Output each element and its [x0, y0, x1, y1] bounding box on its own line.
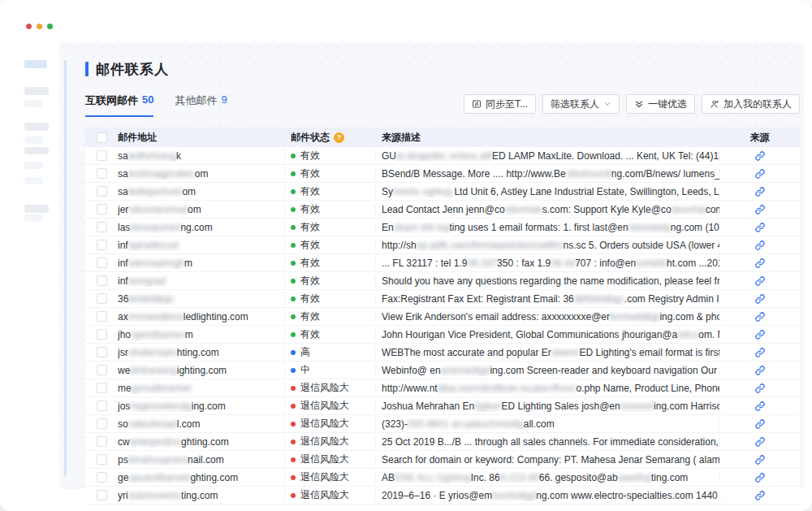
- title-accent-bar: [85, 62, 89, 76]
- tab-other-mail[interactable]: 其他邮件9: [175, 93, 227, 117]
- source-link-icon[interactable]: [754, 418, 766, 430]
- source-link-icon[interactable]: [754, 401, 766, 412]
- source-link-icon[interactable]: [754, 311, 766, 323]
- email-cell: saledforhuiogk: [118, 150, 284, 162]
- row-checkbox[interactable]: [97, 222, 107, 232]
- table-row: lasiterwaumedng.com有效Enobam ddl logting …: [85, 219, 800, 236]
- row-checkbox[interactable]: [97, 311, 107, 322]
- close-button[interactable]: [26, 24, 32, 29]
- table-row: jhorgendbamevm有效John Hourigan Vice Presi…: [85, 326, 800, 344]
- status-label: 退信风险大: [300, 381, 349, 395]
- desc-cell: Joshua Mehrahan EndgbonED Lighting Sales…: [375, 401, 719, 412]
- sidebar-skeleton-bar: [24, 177, 43, 184]
- row-checkbox[interactable]: [97, 383, 107, 393]
- tabbar: 互联网邮件50其他邮件9 同步至T...筛选联系人一键优选加入我的联系人: [85, 93, 800, 117]
- source-cell: [719, 418, 800, 430]
- source-link-icon[interactable]: [754, 150, 766, 162]
- source-link-icon[interactable]: [754, 204, 766, 215]
- row-checkbox-cell: [85, 347, 118, 357]
- source-cell: [719, 401, 800, 412]
- button-label: 同步至T...: [486, 97, 528, 111]
- status-cell: 退信风险大: [284, 417, 375, 431]
- source-link-icon[interactable]: [754, 454, 766, 466]
- button-label: 加入我的联系人: [723, 97, 792, 111]
- sidebar-skeleton-bar: [24, 100, 43, 107]
- status-dot: [291, 225, 296, 230]
- row-checkbox[interactable]: [97, 293, 107, 304]
- row-checkbox[interactable]: [97, 186, 107, 197]
- row-checkbox-cell: [85, 240, 118, 250]
- source-cell: [719, 186, 800, 197]
- desc-cell: ... FL 32117 : tel 1.906.2d7350 : fax 1.…: [375, 258, 719, 269]
- row-checkbox[interactable]: [97, 401, 107, 411]
- row-checkbox[interactable]: [97, 490, 107, 500]
- desc-cell: Should you have any questions regarding …: [375, 275, 719, 287]
- status-label: 有效: [300, 220, 320, 234]
- filter-button[interactable]: 筛选联系人: [542, 94, 620, 114]
- source-link-icon[interactable]: [754, 329, 766, 340]
- email-cell: joshagmowtendging.com: [118, 401, 284, 412]
- header-desc: 来源描述: [375, 131, 719, 145]
- source-link-icon[interactable]: [754, 436, 766, 448]
- sync-button[interactable]: 同步至T...: [464, 94, 536, 114]
- table-header-row: 邮件地址 邮件状态 ? 来源描述 来源: [85, 128, 800, 147]
- status-dot: [291, 493, 296, 498]
- tab-label: 互联网邮件: [85, 93, 138, 108]
- toolbar: 同步至T...筛选联系人一键优选加入我的联系人: [464, 94, 800, 117]
- tab-count: 9: [221, 93, 227, 108]
- status-cell: 有效: [284, 310, 375, 323]
- tab-internet-mail[interactable]: 互联网邮件50: [85, 93, 153, 117]
- source-link-icon[interactable]: [754, 240, 766, 251]
- row-checkbox[interactable]: [97, 436, 107, 447]
- header-checkbox-cell: [85, 132, 118, 143]
- select-all-checkbox[interactable]: [97, 132, 107, 143]
- status-dot: [291, 440, 296, 444]
- email-cell: 36brtdeldbgc: [118, 293, 284, 305]
- source-link-icon[interactable]: [754, 293, 766, 305]
- source-link-icon[interactable]: [754, 275, 766, 287]
- row-checkbox[interactable]: [97, 472, 107, 483]
- email-cell: axmonwedbnolledlighting.com: [118, 311, 284, 323]
- email-cell: infsdevraaringhm: [118, 258, 284, 269]
- add-contacts-button[interactable]: 加入我的联系人: [702, 94, 800, 114]
- row-checkbox[interactable]: [97, 418, 107, 429]
- status-dot: [291, 404, 296, 409]
- row-checkbox[interactable]: [97, 275, 107, 286]
- sidebar-skeleton-bar: [24, 214, 43, 222]
- source-link-icon[interactable]: [754, 258, 766, 269]
- row-checkbox[interactable]: [97, 150, 107, 161]
- sync-icon: [472, 99, 482, 109]
- source-link-icon[interactable]: [754, 347, 766, 358]
- row-checkbox[interactable]: [97, 258, 107, 268]
- row-checkbox[interactable]: [97, 365, 107, 375]
- source-link-icon[interactable]: [754, 490, 766, 501]
- zoom-button[interactable]: [47, 24, 53, 29]
- row-checkbox[interactable]: [97, 329, 107, 340]
- status-cell: 中: [284, 363, 375, 377]
- status-label: 有效: [300, 149, 320, 162]
- row-checkbox[interactable]: [97, 240, 107, 250]
- row-checkbox[interactable]: [97, 168, 107, 179]
- status-dot: [291, 314, 296, 319]
- row-checkbox[interactable]: [97, 347, 107, 357]
- source-link-icon[interactable]: [754, 168, 766, 180]
- source-link-icon[interactable]: [754, 186, 766, 197]
- optimize-button[interactable]: 一键优选: [626, 94, 695, 114]
- source-cell: [719, 365, 800, 376]
- table-row: webinfoewingighting.com中Webinfo@ enardon…: [85, 362, 800, 379]
- sidebar-skeleton-bar: [24, 60, 47, 68]
- desc-cell: View Erik Anderson's email address: axxx…: [375, 311, 719, 323]
- email-cell: jerndconteomadom: [118, 204, 284, 215]
- source-link-icon[interactable]: [754, 365, 766, 376]
- minimize-button[interactable]: [37, 24, 42, 29]
- source-link-icon[interactable]: [754, 472, 766, 483]
- page: 邮件联系人 互联网邮件50其他邮件9 同步至T...筛选联系人一键优选加入我的联…: [0, 0, 812, 511]
- row-checkbox[interactable]: [97, 454, 107, 465]
- status-label: 有效: [300, 184, 320, 198]
- status-label: 有效: [300, 327, 320, 341]
- source-cell: [719, 275, 800, 287]
- source-link-icon[interactable]: [754, 383, 766, 394]
- help-icon[interactable]: ?: [334, 132, 344, 143]
- row-checkbox[interactable]: [97, 204, 107, 214]
- source-link-icon[interactable]: [754, 222, 766, 233]
